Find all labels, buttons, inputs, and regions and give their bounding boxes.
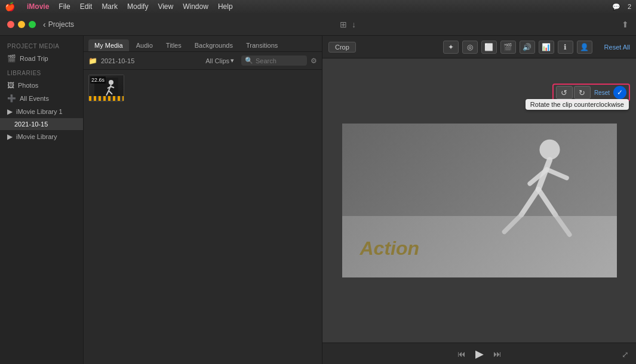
audio-btn[interactable]: 🔊 — [520, 41, 535, 54]
notification-count: 2 — [628, 3, 631, 10]
tab-audio[interactable]: Audio — [130, 39, 159, 51]
menu-edit[interactable]: Edit — [80, 2, 93, 11]
color-balance-btn[interactable]: ◎ — [462, 41, 478, 54]
sidebar-item-all-events[interactable]: ➕ All Events — [0, 92, 83, 105]
reset-button[interactable]: Reset — [594, 90, 610, 96]
media-content: 22.6s — [84, 70, 322, 364]
skip-back-button[interactable]: ⏮ — [457, 349, 466, 359]
sidebar-item-imovie-library[interactable]: ▶ iMovie Library — [0, 130, 83, 143]
tab-my-media[interactable]: My Media — [88, 39, 129, 51]
menu-file[interactable]: File — [59, 2, 70, 11]
clips-dropdown[interactable]: All Clips ▾ — [205, 57, 234, 64]
media-toolbar: 📁 2021-10-15 All Clips ▾ 🔍 ⚙ — [84, 52, 322, 70]
menu-view[interactable]: View — [158, 2, 173, 11]
tab-backgrounds[interactable]: Backgrounds — [189, 39, 239, 51]
enhance-icon-btn[interactable]: ✦ — [443, 41, 459, 54]
menu-mark[interactable]: Mark — [102, 2, 118, 11]
dropdown-arrow-icon: ▾ — [231, 57, 234, 64]
viewer-toolbar: Crop ✦ ◎ ⬜ 🎬 🔊 📊 ℹ 👤 Reset All — [322, 36, 636, 58]
libraries-section: LIBRARIES — [0, 65, 83, 79]
menu-help[interactable]: Help — [218, 2, 233, 11]
film-icon: 🎬 — [7, 54, 16, 63]
media-panel: My Media Audio Titles Backgrounds Transi… — [84, 36, 322, 364]
media-tabs: My Media Audio Titles Backgrounds Transi… — [84, 36, 322, 52]
crop-button[interactable]: Crop — [328, 42, 356, 53]
running-figure — [462, 135, 581, 249]
search-box: 🔍 — [241, 55, 307, 66]
rotate-tooltip: Rotate the clip counterclockwise — [526, 99, 629, 110]
close-button[interactable] — [7, 21, 14, 28]
menu-window[interactable]: Window — [183, 2, 208, 11]
svg-line-14 — [546, 169, 566, 178]
camera-btn[interactable]: 🎬 — [500, 41, 516, 54]
arrow-down-icon[interactable]: ↓ — [352, 20, 356, 29]
share-icon[interactable]: ⬆ — [622, 20, 629, 29]
crop-frame-btn[interactable]: ⬜ — [481, 41, 497, 54]
events-icon: ➕ — [7, 94, 16, 103]
sidebar: PROJECT MEDIA 🎬 Road Trip LIBRARIES 🖼 Ph… — [0, 36, 84, 364]
sidebar-item-date-2021[interactable]: 2021-10-15 — [0, 118, 83, 130]
stats-btn[interactable]: 📊 — [539, 41, 554, 54]
svg-line-10 — [504, 215, 521, 232]
viewer-area: Action ↺ ↻ Reset ✓ Rotate the clip count… — [322, 58, 636, 343]
fullscreen-button[interactable]: ⤢ — [622, 350, 629, 359]
date-label: 2021-10-15 — [101, 57, 134, 64]
rotate-clockwise-button[interactable]: ↻ — [574, 86, 591, 99]
menu-bar: 🍎 iMovie File Edit Mark Modify View Wind… — [0, 0, 636, 13]
sidebar-item-photos[interactable]: 🖼 Photos — [0, 79, 83, 92]
projects-back-button[interactable]: Projects — [43, 20, 74, 29]
sidebar-item-imovie-library-1[interactable]: ▶ iMovie Library 1 — [0, 105, 83, 118]
preview-background: Action — [342, 124, 617, 277]
title-bar: Projects ⊞ ↓ ⬆ — [0, 13, 636, 36]
help-btn[interactable]: ℹ — [558, 41, 573, 54]
clip-duration: 22.6s — [90, 76, 106, 84]
svg-line-11 — [538, 189, 555, 215]
play-button[interactable]: ▶ — [475, 347, 484, 360]
minimize-button[interactable] — [18, 21, 25, 28]
maximize-button[interactable] — [29, 21, 36, 28]
done-button[interactable]: ✓ — [613, 86, 626, 99]
app-name[interactable]: iMovie — [27, 2, 49, 11]
video-preview: Action — [342, 124, 617, 277]
wechat-icon[interactable]: 💬 — [612, 3, 620, 11]
chevron-right-icon: ▶ — [7, 107, 13, 116]
gear-icon[interactable]: ⚙ — [311, 57, 317, 65]
viewer-panel: Crop ✦ ◎ ⬜ 🎬 🔊 📊 ℹ 👤 Reset All — [322, 36, 636, 364]
sidebar-item-road-trip[interactable]: 🎬 Road Trip — [0, 52, 83, 65]
svg-point-1 — [109, 80, 113, 85]
tab-transitions[interactable]: Transitions — [240, 39, 284, 51]
folder-icon: 📁 — [88, 57, 97, 65]
media-clip[interactable]: 22.6s — [88, 75, 124, 101]
skip-forward-button[interactable]: ⏭ — [493, 349, 502, 359]
svg-line-12 — [555, 215, 570, 235]
chevron-right-icon-2: ▶ — [7, 132, 13, 141]
search-input[interactable] — [256, 57, 303, 64]
photos-icon: 🖼 — [7, 81, 14, 90]
main-layout: PROJECT MEDIA 🎬 Road Trip LIBRARIES 🖼 Ph… — [0, 36, 636, 364]
grid-view-icon[interactable]: ⊞ — [340, 20, 347, 29]
tab-titles[interactable]: Titles — [160, 39, 188, 51]
svg-point-7 — [539, 140, 560, 160]
action-label: Action — [360, 237, 420, 260]
project-media-section: PROJECT MEDIA — [0, 38, 83, 52]
svg-line-9 — [521, 189, 539, 215]
clip-color-strip — [89, 96, 124, 101]
apple-menu[interactable]: 🍎 — [5, 2, 15, 11]
menu-modify[interactable]: Modify — [127, 2, 148, 11]
projects-label: Projects — [48, 20, 74, 29]
traffic-lights — [7, 21, 36, 28]
search-icon: 🔍 — [245, 57, 253, 64]
reset-all-button[interactable]: Reset All — [604, 44, 630, 51]
playback-controls: ⏮ ▶ ⏭ ⤢ — [322, 343, 636, 364]
rotate-counterclockwise-button[interactable]: ↺ — [556, 86, 573, 99]
person-btn[interactable]: 👤 — [577, 41, 592, 54]
